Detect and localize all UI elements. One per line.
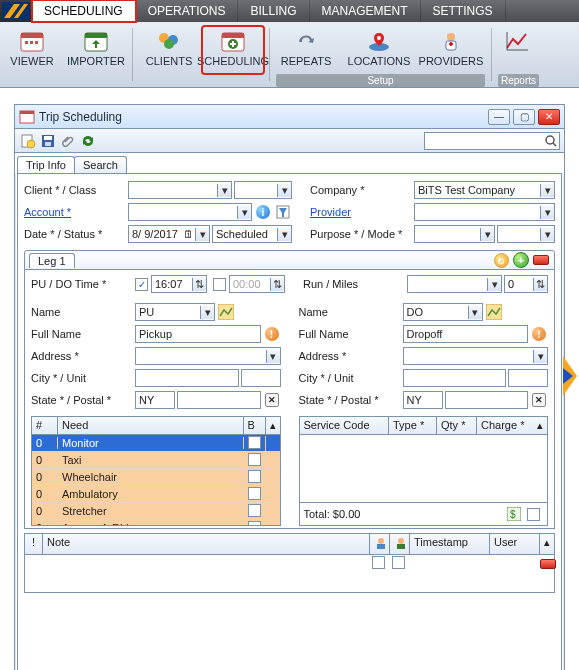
ribbon-providers[interactable]: PROVIDERS	[416, 26, 486, 74]
notes-h-bang[interactable]: !	[25, 534, 43, 554]
add-leg-icon[interactable]: +	[512, 251, 530, 269]
do-postal[interactable]	[445, 391, 529, 409]
notes-h-ico1[interactable]	[370, 534, 390, 554]
notes-scroll[interactable]: ▴	[540, 534, 554, 554]
run-combo[interactable]: ▾	[407, 275, 502, 293]
do-checkbox[interactable]	[213, 278, 226, 291]
pu-time[interactable]: 16:07⇅	[151, 275, 207, 293]
svc-h-type[interactable]: Type *	[389, 417, 437, 434]
menu-tab-settings[interactable]: SETTINGS	[421, 0, 506, 22]
status-combo[interactable]: Scheduled▾	[212, 225, 292, 243]
needs-h-need[interactable]: Need	[58, 417, 244, 434]
search-input[interactable]	[425, 133, 543, 149]
do-city[interactable]	[403, 369, 507, 387]
pu-checkbox[interactable]: ✓	[135, 278, 148, 291]
note-remove[interactable]	[540, 559, 556, 569]
remove-leg-icon[interactable]	[532, 251, 550, 269]
tab-search[interactable]: Search	[74, 156, 127, 173]
notes-h-ts[interactable]: Timestamp	[410, 534, 490, 554]
ribbon-importer[interactable]: IMPORTER	[65, 26, 127, 74]
ribbon-locations[interactable]: LOCATIONS	[344, 26, 414, 74]
info-icon[interactable]: i	[254, 203, 272, 221]
svc-calc-icon[interactable]: $	[505, 505, 523, 523]
maximize-button[interactable]: ▢	[513, 109, 535, 125]
do-time[interactable]: 00:00⇅	[229, 275, 285, 293]
provider-combo[interactable]: ▾	[414, 203, 555, 221]
copy-leg-icon[interactable]: ⎋	[492, 251, 510, 269]
needs-row[interactable]: 0Ambulatory	[32, 486, 280, 503]
provider-link[interactable]: Provider	[310, 206, 414, 218]
pu-state[interactable]: NY	[135, 391, 175, 409]
account-combo[interactable]: ▾	[128, 203, 252, 221]
pu-fullname[interactable]: Pickup	[135, 325, 261, 343]
needs-scroll-up[interactable]: ▴	[266, 417, 280, 434]
note-chk2[interactable]	[392, 556, 405, 569]
company-combo[interactable]: BiTS Test Company▾	[414, 181, 555, 199]
search-icon[interactable]	[543, 134, 559, 148]
new-icon[interactable]	[19, 132, 37, 150]
attach-icon[interactable]	[59, 132, 77, 150]
svc-h-charge[interactable]: Charge *	[477, 417, 533, 434]
ribbon-viewer[interactable]: VIEWER	[1, 26, 63, 74]
ribbon-reports[interactable]	[497, 26, 537, 74]
ribbon-repeats[interactable]: REPEATS	[275, 26, 337, 74]
close-button[interactable]: ✕	[538, 109, 560, 125]
do-clear-icon[interactable]: ✕	[530, 391, 548, 409]
menu-tab-operations[interactable]: OPERATIONS	[136, 0, 239, 22]
do-address-combo[interactable]: ▾	[403, 347, 549, 365]
menu-tab-billing[interactable]: BILLING	[238, 0, 309, 22]
do-unit[interactable]	[508, 369, 548, 387]
mode-combo[interactable]: ▾	[497, 225, 555, 243]
needs-row[interactable]: 0Access-A-Ride	[32, 520, 280, 525]
do-map-icon[interactable]	[485, 303, 503, 321]
needs-grid[interactable]: # Need B ▴ 0Monitor0Taxi0Wheelchair0Ambu…	[31, 416, 281, 526]
svc-h-code[interactable]: Service Code	[300, 417, 390, 434]
leg-tab[interactable]: Leg 1	[29, 253, 75, 268]
save-icon[interactable]	[39, 132, 57, 150]
ribbon-clients[interactable]: CLIENTS	[138, 26, 200, 74]
do-fullname[interactable]: Dropoff	[403, 325, 529, 343]
needs-h-n[interactable]: #	[32, 417, 58, 434]
pu-unit[interactable]	[241, 369, 281, 387]
account-filter-icon[interactable]	[274, 203, 292, 221]
notes-grid[interactable]: ! Note Timestamp User ▴	[24, 533, 555, 593]
notes-h-note[interactable]: Note	[43, 534, 370, 554]
ribbon-scheduling[interactable]: SCHEDULING	[202, 26, 264, 74]
needs-row[interactable]: 0Monitor	[32, 435, 280, 452]
do-name-combo[interactable]: DO▾	[403, 303, 483, 321]
needs-row[interactable]: 0Wheelchair	[32, 469, 280, 486]
search-box[interactable]	[424, 132, 560, 150]
svc-h-qty[interactable]: Qty *	[437, 417, 477, 434]
pu-postal[interactable]	[177, 391, 261, 409]
purpose-combo[interactable]: ▾	[414, 225, 495, 243]
class-combo[interactable]: ▾	[234, 181, 292, 199]
minimize-button[interactable]: —	[488, 109, 510, 125]
needs-h-b[interactable]: B	[244, 417, 266, 434]
services-grid[interactable]: Service Code Type * Qty * Charge * ▴ Tot…	[299, 416, 549, 526]
pu-name-combo[interactable]: PU▾	[135, 303, 215, 321]
client-combo[interactable]: ▾	[128, 181, 232, 199]
client-link[interactable]: Client *	[24, 184, 59, 196]
date-picker[interactable]: 8/ 9/2017🗓▾	[128, 225, 210, 243]
menu-tab-scheduling[interactable]: SCHEDULING	[32, 0, 136, 22]
pu-map-icon[interactable]	[217, 303, 235, 321]
needs-row[interactable]: 0Taxi	[32, 452, 280, 469]
repeat-icon	[292, 29, 320, 53]
account-link[interactable]: Account *	[24, 206, 128, 218]
note-chk1[interactable]	[372, 556, 385, 569]
tab-trip-info[interactable]: Trip Info	[17, 156, 75, 173]
refresh-icon[interactable]	[79, 132, 97, 150]
svc-scroll-up[interactable]: ▴	[533, 417, 547, 434]
pu-address-combo[interactable]: ▾	[135, 347, 281, 365]
do-state[interactable]: NY	[403, 391, 443, 409]
pu-city[interactable]	[135, 369, 239, 387]
notes-h-ico2[interactable]	[390, 534, 410, 554]
window-icon	[19, 109, 35, 125]
pu-clear-icon[interactable]: ✕	[263, 391, 281, 409]
notes-h-user[interactable]: User	[490, 534, 540, 554]
needs-row[interactable]: 0Stretcher	[32, 503, 280, 520]
menu-tab-management[interactable]: MANAGEMENT	[310, 0, 421, 22]
miles-input[interactable]: 0⇅	[504, 275, 548, 293]
expand-right-arrow[interactable]	[563, 356, 577, 396]
svc-check[interactable]	[527, 508, 540, 521]
